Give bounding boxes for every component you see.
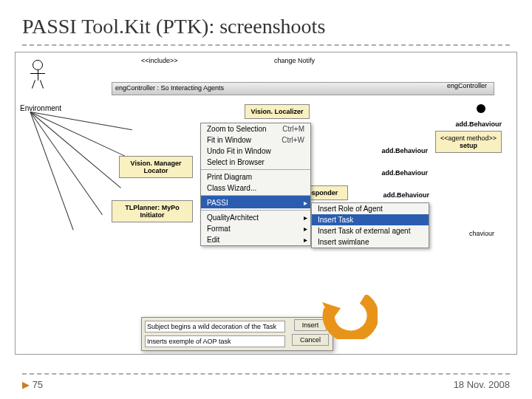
setup-box[interactable]: <<agent method>> setup — [435, 131, 502, 153]
menu-undo-fit[interactable]: Undo Fit in Window — [201, 146, 310, 157]
chevron-right-icon: ▸ — [304, 199, 307, 207]
menu-select-browser[interactable]: Select in Browser — [201, 157, 310, 168]
passi-submenu[interactable]: Insert Role of Agent Insert Task Insert … — [311, 202, 429, 248]
diagram-canvas: Environment <<include>> change Notify en… — [15, 52, 517, 355]
slide-date: 18 Nov. 2008 — [454, 379, 510, 390]
add-behaviour-1: add.Behaviour — [455, 120, 502, 128]
menu-zoom-selection[interactable]: Zoom to SelectionCtrl+M — [201, 123, 310, 134]
submenu-insert-task-external[interactable]: Insert Task of external agent — [312, 225, 429, 236]
menu-fit-window[interactable]: Fit in WindowCtrl+W — [201, 134, 310, 146]
vision-localizer-box[interactable]: Vision. Localizer — [245, 104, 310, 119]
page-number: 75 — [22, 379, 43, 390]
add-behaviour-3: add.Behaviour — [381, 169, 428, 177]
context-menu[interactable]: Zoom to SelectionCtrl+M Fit in WindowCtr… — [200, 123, 311, 246]
dialog-list-item-1[interactable]: Subject begins a wild decoration of the … — [145, 321, 285, 332]
menu-format[interactable]: Format▸ — [201, 223, 310, 234]
tlplanner-box[interactable]: TLPlanner: MyPo Initiator — [112, 200, 193, 222]
insert-task-dialog[interactable]: Subject begins a wild decoration of the … — [141, 317, 333, 351]
agent-method-stereotype: <<agent method>> — [439, 134, 498, 142]
submenu-insert-role[interactable]: Insert Role of Agent — [312, 203, 429, 214]
include-label: <<include>> — [141, 57, 178, 64]
uml-window-titlebar[interactable]: engController : So Interacting Agents — [112, 82, 494, 95]
change-notify-label: change Notify — [274, 57, 315, 64]
slide-footer: 75 18 Nov. 2008 — [22, 373, 510, 390]
menu-passi[interactable]: PASSI▸ — [201, 195, 310, 208]
initial-state-icon — [477, 104, 485, 113]
add-behaviour-2: add.Behaviour — [381, 147, 428, 154]
controller-label: engController — [447, 82, 487, 89]
submenu-insert-task[interactable]: Insert Task — [312, 214, 429, 225]
submenu-insert-swimlane[interactable]: Insert swimlane — [312, 236, 429, 248]
actor-connection-lines — [30, 112, 119, 222]
tlplanner-label: TLPlanner: MyPo Initiator — [125, 204, 180, 219]
curved-arrow-icon — [318, 295, 378, 339]
behaviour-label: chaviour — [469, 230, 494, 237]
slide-title: PASSI Tool.Kit (PTK): screenshoots — [22, 15, 510, 46]
vision-manager-label: Vision. Manager Locator — [131, 160, 182, 174]
setup-label: setup — [439, 142, 498, 149]
add-behaviour-4: add.Behaviour — [383, 191, 429, 199]
chevron-right-icon: ▸ — [304, 236, 307, 244]
menu-edit[interactable]: Edit▸ — [201, 234, 310, 245]
dialog-list-item-2[interactable]: Inserts exemple of AOP task — [145, 335, 285, 347]
menu-print-diagram[interactable]: Print Diagram — [201, 169, 310, 183]
menu-quality-architect[interactable]: QualityArchitect▸ — [201, 210, 310, 223]
menu-class-wizard[interactable]: Class Wizard... — [201, 183, 310, 194]
chevron-right-icon: ▸ — [304, 214, 307, 222]
vision-manager-box[interactable]: Vision. Manager Locator — [119, 156, 193, 178]
actor-stickman — [30, 60, 45, 87]
chevron-right-icon: ▸ — [304, 225, 307, 233]
